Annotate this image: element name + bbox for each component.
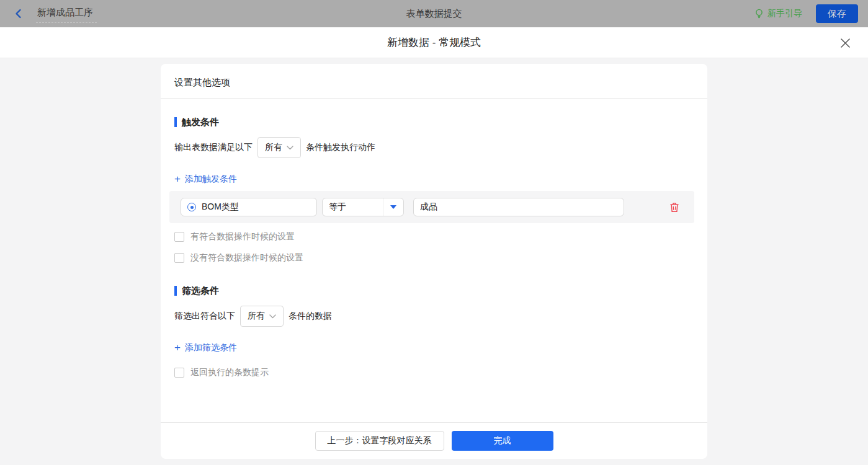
chevron-left-icon — [14, 9, 24, 19]
beginner-guide-link[interactable]: 新手引导 — [754, 8, 802, 19]
condition-operator-value: 等于 — [323, 198, 383, 216]
previous-step-button[interactable]: 上一步：设置字段对应关系 — [315, 431, 444, 451]
lightbulb-icon — [754, 9, 764, 19]
options-panel: 设置其他选项 触发条件 输出表数据满足以下 所有 条件触发执行动作 + 添 — [161, 64, 707, 459]
radio-field-icon — [187, 203, 196, 211]
filter-match-sentence: 筛选出符合以下 所有 条件的数据 — [174, 301, 694, 332]
no-match-settings-row: 没有符合数据操作时候的设置 — [174, 252, 694, 264]
beginner-guide-label: 新手引导 — [767, 8, 802, 19]
panel-footer: 上一步：设置字段对应关系 完成 — [161, 422, 707, 459]
chevron-down-icon — [269, 314, 276, 319]
trigger-match-mode-value: 所有 — [265, 142, 282, 153]
filter-sentence-prefix: 筛选出符合以下 — [174, 311, 235, 322]
trigger-match-mode-select[interactable]: 所有 — [257, 137, 301, 158]
operator-caret[interactable] — [383, 198, 403, 216]
topbar-page-title: 表单数据提交 — [0, 8, 868, 20]
back-button[interactable] — [10, 5, 27, 22]
has-match-checkbox[interactable] — [174, 232, 184, 242]
condition-field-value: BOM类型 — [202, 202, 239, 213]
close-icon — [840, 38, 851, 48]
filter-section-title: 筛选条件 — [174, 286, 694, 296]
section-marker — [174, 286, 177, 296]
filter-match-mode-value: 所有 — [248, 311, 265, 322]
save-button[interactable]: 保存 — [816, 4, 858, 23]
topbar-actions: 新手引导 保存 — [754, 4, 858, 23]
panel-content: 触发条件 输出表数据满足以下 所有 条件触发执行动作 + 添加触发条件 — [161, 99, 707, 422]
modal-body: 设置其他选项 触发条件 输出表数据满足以下 所有 条件触发执行动作 + 添 — [0, 58, 868, 465]
plus-icon: + — [174, 175, 181, 184]
top-bar: 新增成品工序 表单数据提交 新手引导 保存 — [0, 0, 868, 27]
section-marker — [174, 117, 177, 127]
add-filter-condition-link[interactable]: + 添加筛选条件 — [174, 342, 237, 353]
trash-icon — [669, 202, 679, 213]
trigger-section-title: 触发条件 — [174, 117, 694, 127]
add-trigger-condition-link[interactable]: + 添加触发条件 — [174, 174, 237, 185]
filter-sentence-suffix: 条件的数据 — [289, 311, 332, 322]
trigger-sentence-suffix: 条件触发执行动作 — [306, 142, 375, 153]
trigger-condition-row: BOM类型 等于 — [169, 191, 694, 223]
plus-icon: + — [174, 343, 181, 352]
done-button[interactable]: 完成 — [452, 431, 553, 451]
delete-condition-button[interactable] — [668, 201, 681, 213]
has-match-settings-row: 有符合数据操作时候的设置 — [174, 231, 694, 243]
trigger-sentence-prefix: 输出表数据满足以下 — [174, 142, 253, 153]
panel-header: 设置其他选项 — [161, 64, 707, 99]
chevron-down-icon — [287, 146, 293, 150]
condition-value-input[interactable] — [413, 198, 624, 216]
close-button[interactable] — [837, 35, 853, 51]
trigger-match-sentence: 输出表数据满足以下 所有 条件触发执行动作 — [174, 132, 694, 163]
return-count-row: 返回执行的条数提示 — [174, 366, 694, 379]
no-match-checkbox[interactable] — [174, 253, 184, 263]
modal-title: 新增数据 - 常规模式 — [387, 35, 481, 50]
flow-title[interactable]: 新增成品工序 — [36, 5, 97, 23]
return-count-checkbox[interactable] — [174, 368, 184, 378]
triangle-down-icon — [390, 205, 396, 209]
filter-match-mode-select[interactable]: 所有 — [240, 306, 284, 327]
condition-operator-select[interactable]: 等于 — [322, 198, 404, 216]
condition-field-select[interactable]: BOM类型 — [181, 198, 317, 216]
modal-header: 新增数据 - 常规模式 — [0, 27, 868, 58]
